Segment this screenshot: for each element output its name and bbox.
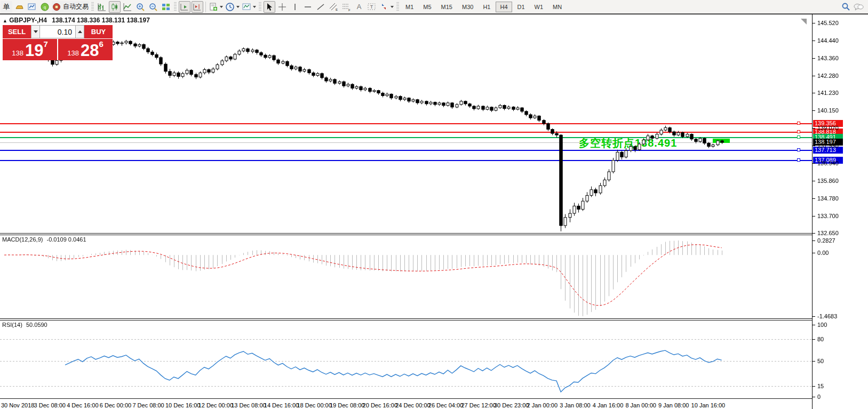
time-label-20: 9 Jan 08:00: [658, 402, 689, 408]
timeframe-group: M1M5M15M30H1H4D1W1MN: [401, 2, 567, 12]
price-tick-139.070-dash: [813, 128, 815, 129]
templates-button[interactable]: [241, 1, 257, 13]
up-triangle-icon: [78, 30, 82, 33]
autotrading-icon: [52, 3, 61, 11]
line-chart-button[interactable]: [122, 1, 133, 13]
time-label-9: 18 Dec 00:00: [297, 402, 331, 408]
toolbar-grip: [396, 2, 399, 12]
tile-windows-button[interactable]: [160, 1, 172, 13]
text-label-tool-button[interactable]: T: [366, 1, 378, 13]
crosshair-tool-button[interactable]: [276, 1, 288, 13]
timeframe-button-h1[interactable]: H1: [479, 2, 495, 12]
macd-tick-min: -1.4683: [817, 313, 837, 319]
timeframe-button-m1[interactable]: M1: [401, 2, 418, 12]
toolbar-grip: [259, 2, 261, 12]
gold-bar-icon[interactable]: [13, 1, 25, 13]
chart-window: 多空转折点138.491 ▲ GBPJPY-,H4 138.174 138.33…: [0, 14, 868, 409]
price-tick-132.650: 132.650: [817, 230, 839, 236]
chat-icon[interactable]: [853, 1, 864, 13]
price-axis[interactable]: 139.356138.818138.491138.197137.713137.0…: [812, 14, 868, 409]
time-label-19: 8 Jan 00:00: [625, 402, 656, 408]
periods-button[interactable]: [225, 1, 240, 13]
time-label-13: 26 Dec 04:00: [428, 402, 463, 408]
time-label-15: 30 Dec 23:00: [494, 402, 529, 408]
rsi-tick-100: 100: [817, 322, 827, 328]
pane-splitter-rsi[interactable]: [0, 318, 812, 320]
periods-dropdown-caret[interactable]: [236, 6, 240, 8]
buy-price-display[interactable]: 138 28 6: [58, 39, 113, 60]
horizontal-line-tool-button[interactable]: [302, 1, 314, 13]
buy-button[interactable]: BUY: [84, 25, 113, 38]
time-label-17: 3 Jan 08:00: [560, 402, 591, 408]
volume-up-button[interactable]: [75, 25, 84, 38]
rsi-title: RSI(14): [2, 322, 22, 328]
chart-plot-area[interactable]: 多空转折点138.491 ▲ GBPJPY-,H4 138.174 138.33…: [0, 14, 812, 409]
main-toolbar: 单 q 自动交易: [0, 0, 868, 14]
volume-down-button[interactable]: [31, 25, 40, 38]
indicators-button[interactable]: [208, 1, 224, 13]
quote-values: 138.174 138.336 138.131 138.197: [52, 17, 150, 24]
indicators-dropdown-caret[interactable]: [220, 6, 223, 8]
one-click-trading-panel: SELL BUY 138 19 7 138 28: [3, 25, 113, 60]
bar-chart-button[interactable]: [96, 1, 108, 13]
zoom-in-button[interactable]: [134, 1, 146, 13]
macd-tick-zero: 0.00: [817, 250, 829, 256]
time-label-0: 30 Nov 2018: [1, 402, 34, 408]
price-tick-137.990-dash: [813, 146, 815, 146]
price-tick-143.360: 143.360: [817, 55, 839, 61]
sell-button[interactable]: SELL: [3, 25, 31, 38]
time-label-1: 3 Dec 08:00: [34, 402, 66, 408]
timeframe-button-m15[interactable]: M15: [437, 2, 457, 12]
toolbar-grip: [174, 2, 177, 12]
auto-scroll-button[interactable]: [179, 1, 190, 13]
new-chart-icon[interactable]: [26, 1, 38, 13]
price-tick-142.280-dash: [813, 76, 815, 76]
price-tick-135.860: 135.860: [817, 178, 839, 184]
timeframe-button-w1[interactable]: W1: [530, 2, 548, 12]
timeframe-button-m5[interactable]: M5: [419, 2, 435, 12]
time-label-4: 7 Dec 08:00: [132, 402, 164, 408]
templates-dropdown-caret[interactable]: [253, 6, 256, 8]
search-icon[interactable]: [840, 1, 851, 13]
macd-values: -0.0109 0.0461: [46, 236, 86, 243]
signals-icon[interactable]: q: [39, 1, 51, 13]
chart-shift-button[interactable]: [192, 1, 203, 13]
new-order-button[interactable]: 单: [1, 1, 12, 13]
arrows-dropdown-caret[interactable]: [391, 6, 394, 8]
buy-price-big: 28: [81, 43, 99, 59]
svg-text:q: q: [44, 5, 46, 10]
trendline-tool-button[interactable]: [315, 1, 327, 13]
candlestick-chart-canvas[interactable]: [0, 14, 812, 409]
autotrading-button[interactable]: 自动交易: [52, 1, 89, 13]
zoom-out-button[interactable]: [147, 1, 159, 13]
macd-tick-max-dash: [813, 240, 815, 241]
candlestick-chart-button[interactable]: [109, 1, 121, 13]
price-tick-133.700: 133.700: [817, 213, 839, 219]
cursor-tool-button[interactable]: [264, 1, 275, 13]
timeframe-button-mn[interactable]: MN: [548, 2, 566, 12]
collapse-icon[interactable]: ▲: [3, 18, 7, 23]
volume-input[interactable]: [40, 25, 75, 38]
time-label-7: 13 Dec 08:00: [231, 402, 266, 408]
equidistant-channel-tool-button[interactable]: E: [328, 1, 339, 13]
time-label-14: 27 Dec 12:00: [461, 402, 496, 408]
price-tick-144.440: 144.440: [817, 37, 839, 44]
time-axis[interactable]: 30 Nov 20183 Dec 08:004 Dec 16:006 Dec 0…: [0, 398, 812, 409]
vertical-line-tool-button[interactable]: [289, 1, 301, 13]
time-label-10: 19 Dec 08:00: [330, 402, 364, 408]
fibonacci-tool-button[interactable]: F: [340, 1, 352, 13]
pane-splitter-macd[interactable]: [0, 233, 812, 235]
chart-shift-marker[interactable]: [801, 19, 807, 25]
sell-price-display[interactable]: 138 19 7: [3, 39, 57, 60]
time-label-3: 6 Dec 00:00: [100, 402, 131, 408]
arrows-tool-button[interactable]: [379, 1, 394, 13]
timeframe-button-h4[interactable]: H4: [496, 2, 512, 12]
price-tick-145.520: 145.520: [817, 20, 839, 26]
rsi-tick-15-dash: [813, 386, 815, 387]
rsi-tick-80: 80: [817, 336, 824, 342]
timeframe-button-m30[interactable]: M30: [458, 2, 477, 12]
text-tool-button[interactable]: A: [353, 1, 365, 13]
time-label-6: 12 Dec 00:00: [198, 402, 233, 408]
rsi-value: 50.0590: [26, 322, 47, 328]
timeframe-button-d1[interactable]: D1: [513, 2, 529, 12]
